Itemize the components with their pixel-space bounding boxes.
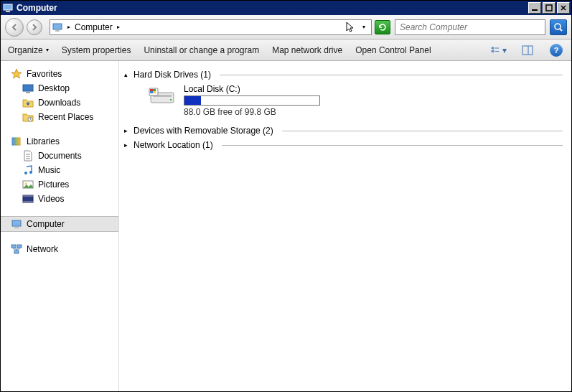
svg-rect-3 <box>546 5 552 11</box>
change-view-button[interactable]: ▾ <box>491 42 507 58</box>
videos-icon <box>22 193 34 205</box>
drive-free-text: 88.0 GB free of 99.8 GB <box>184 107 320 117</box>
explorer-body: Favorites Desktop Downloads Recent Place… <box>1 61 571 391</box>
svg-rect-12 <box>522 46 533 55</box>
documents-icon <box>22 150 34 162</box>
svg-rect-18 <box>15 138 17 145</box>
svg-rect-2 <box>532 9 538 11</box>
explorer-window: Computer ▸ Computer ▸ ▾ <box>0 0 572 392</box>
sidebar-item-music[interactable]: Music <box>1 163 118 177</box>
libraries-group[interactable]: Libraries <box>1 134 118 149</box>
window-title: Computer <box>17 3 528 13</box>
svg-line-7 <box>560 29 562 31</box>
svg-point-23 <box>24 172 27 174</box>
command-bar: Organize▾ System properties Uninstall or… <box>1 39 571 61</box>
maximize-button[interactable] <box>543 2 555 14</box>
sidebar-item-downloads[interactable]: Downloads <box>1 95 118 110</box>
sidebar-item-recent-places[interactable]: Recent Places <box>1 110 118 124</box>
svg-rect-17 <box>12 138 14 145</box>
svg-rect-9 <box>492 50 494 52</box>
pictures-icon <box>22 179 34 190</box>
sidebar-item-videos[interactable]: Videos <box>1 192 118 206</box>
organize-menu[interactable]: Organize▾ <box>8 45 49 55</box>
svg-point-26 <box>25 183 27 185</box>
minimize-button[interactable] <box>528 2 541 14</box>
svg-rect-30 <box>12 220 21 226</box>
help-button[interactable]: ? <box>548 42 564 58</box>
computer-icon <box>2 2 14 14</box>
svg-rect-33 <box>17 245 22 248</box>
recent-places-icon <box>22 111 34 123</box>
caret-right-icon: ▸ <box>122 127 129 134</box>
drive-usage-bar <box>184 95 320 106</box>
group-removable-storage[interactable]: ▸ Devices with Removable Storage (2) <box>122 126 563 136</box>
search-button[interactable] <box>550 19 567 35</box>
back-button[interactable] <box>5 18 24 37</box>
svg-point-6 <box>555 24 561 29</box>
svg-rect-42 <box>153 91 156 93</box>
cursor-icon <box>345 22 357 33</box>
svg-rect-40 <box>153 89 156 91</box>
group-hard-disk-drives[interactable]: ▴ Hard Disk Drives (1) <box>122 70 563 80</box>
libraries-label: Libraries <box>27 136 60 146</box>
desktop-icon <box>22 83 34 94</box>
sidebar-item-desktop[interactable]: Desktop <box>1 81 118 95</box>
computer-icon <box>11 218 22 230</box>
svg-rect-1 <box>6 11 10 12</box>
system-properties-button[interactable]: System properties <box>62 45 131 55</box>
drive-item-local-disk-c[interactable]: Local Disk (C:) 88.0 GB free of 99.8 GB <box>148 84 563 117</box>
libraries-icon <box>11 136 22 147</box>
svg-rect-32 <box>11 245 16 248</box>
sidebar-item-documents[interactable]: Documents <box>1 149 118 163</box>
sidebar-item-computer[interactable]: Computer <box>1 216 118 232</box>
search-input[interactable] <box>395 22 545 32</box>
navigation-bar: ▸ Computer ▸ ▾ <box>1 15 571 39</box>
svg-rect-8 <box>492 47 494 49</box>
chevron-down-icon: ▾ <box>502 45 507 55</box>
map-network-drive-button[interactable]: Map network drive <box>272 45 342 55</box>
favorites-group[interactable]: Favorites <box>1 67 118 81</box>
group-network-location[interactable]: ▸ Network Location (1) <box>122 140 563 150</box>
svg-rect-28 <box>23 195 33 197</box>
favorites-label: Favorites <box>27 69 62 79</box>
sidebar-item-network[interactable]: Network <box>1 242 118 256</box>
svg-point-37 <box>170 99 172 101</box>
downloads-icon <box>22 97 34 108</box>
star-icon <box>11 68 22 80</box>
network-icon <box>11 243 22 255</box>
svg-rect-5 <box>55 30 60 32</box>
address-bar[interactable]: ▸ Computer ▸ ▾ <box>50 19 372 35</box>
chevron-right-icon[interactable]: ▸ <box>65 24 73 30</box>
sidebar-item-pictures[interactable]: Pictures <box>1 177 118 192</box>
preview-pane-button[interactable] <box>520 42 535 58</box>
drive-name: Local Disk (C:) <box>184 84 320 94</box>
svg-rect-34 <box>14 251 19 253</box>
open-control-panel-button[interactable]: Open Control Panel <box>355 45 431 55</box>
caret-down-icon: ▴ <box>122 71 129 78</box>
svg-rect-15 <box>26 92 30 93</box>
svg-rect-31 <box>14 227 19 228</box>
svg-rect-14 <box>23 85 33 91</box>
content-pane: ▴ Hard Disk Drives (1) Local Di <box>119 61 571 391</box>
address-dropdown[interactable]: ▾ <box>358 21 370 34</box>
navigation-pane: Favorites Desktop Downloads Recent Place… <box>1 61 119 391</box>
drive-usage-fill <box>184 96 201 105</box>
svg-rect-29 <box>23 201 33 202</box>
svg-rect-39 <box>150 89 153 91</box>
close-button[interactable] <box>557 2 570 14</box>
search-box[interactable] <box>395 19 545 35</box>
svg-rect-4 <box>53 24 62 29</box>
svg-rect-41 <box>150 91 153 93</box>
forward-button[interactable] <box>27 19 42 35</box>
chevron-right-icon[interactable]: ▸ <box>114 24 123 30</box>
title-bar: Computer <box>1 1 571 15</box>
address-segment[interactable]: Computer <box>73 22 114 32</box>
caret-right-icon: ▸ <box>122 141 129 149</box>
uninstall-program-button[interactable]: Uninstall or change a program <box>144 45 259 55</box>
music-icon <box>22 164 34 176</box>
hard-drive-icon <box>148 84 177 107</box>
refresh-button[interactable] <box>375 20 390 34</box>
svg-rect-19 <box>18 138 20 145</box>
computer-icon <box>52 22 63 33</box>
svg-rect-0 <box>4 4 12 10</box>
